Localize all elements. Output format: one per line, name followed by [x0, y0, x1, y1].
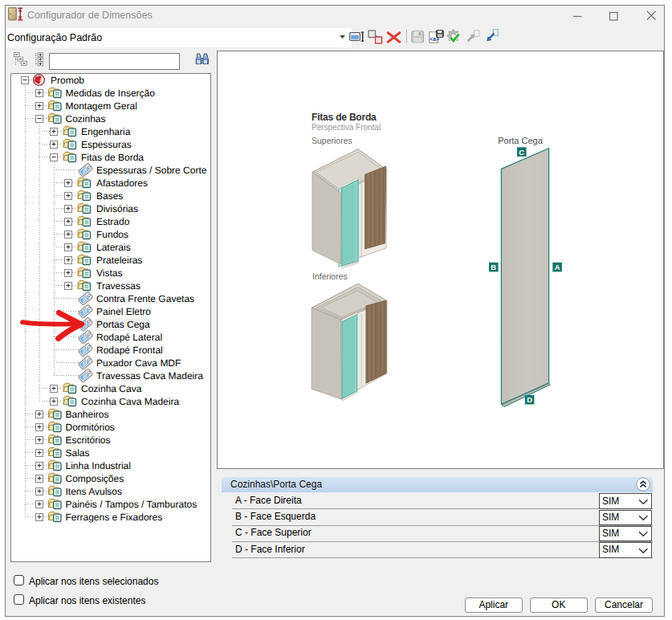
svg-text:Espessuras / Sobre Corte: Espessuras / Sobre Corte — [96, 165, 207, 176]
svg-text:Cozinha Cava: Cozinha Cava — [81, 383, 142, 394]
svg-text:Salas: Salas — [66, 447, 90, 459]
svg-text:Rodapé Lateral: Rodapé Lateral — [96, 332, 162, 343]
svg-text:Espessuras: Espessuras — [81, 139, 132, 150]
svg-text:Medidas de Inserção: Medidas de Inserção — [66, 88, 156, 99]
svg-text:Cozinhas: Cozinhas — [66, 113, 106, 124]
svg-text:Afastadores: Afastadores — [96, 177, 148, 189]
svg-text:Engenharia: Engenharia — [81, 126, 131, 137]
svg-text:Contra Frente Gavetas: Contra Frente Gavetas — [96, 293, 194, 304]
svg-text:Bases: Bases — [96, 190, 123, 202]
svg-text:Cozinha Cava Madeira: Cozinha Cava Madeira — [81, 396, 179, 407]
svg-text:Inferiores: Inferiores — [312, 271, 348, 281]
svg-text:Estrado: Estrado — [96, 216, 130, 227]
svg-text:Vistas: Vistas — [96, 267, 122, 279]
svg-text:Portas Cega: Portas Cega — [96, 319, 150, 330]
svg-text:Montagem Geral: Montagem Geral — [66, 100, 137, 112]
svg-text:Escritórios: Escritórios — [66, 434, 111, 446]
svg-text:Laterais: Laterais — [96, 242, 131, 253]
svg-text:Ferragens e Fixadores: Ferragens e Fixadores — [66, 512, 163, 523]
svg-text:A: A — [555, 263, 560, 271]
svg-text:B: B — [491, 263, 496, 271]
svg-text:Banheiros: Banheiros — [66, 409, 109, 420]
svg-text:D: D — [527, 395, 532, 404]
svg-text:Promob: Promob — [51, 75, 84, 86]
svg-text:Travessas Cava Madeira: Travessas Cava Madeira — [96, 370, 203, 381]
svg-text:Painel Eletro: Painel Eletro — [96, 306, 151, 317]
svg-text:Linha Industrial: Linha Industrial — [66, 460, 131, 471]
svg-text:Fitas de Borda: Fitas de Borda — [312, 112, 377, 123]
svg-text:Dormitórios: Dormitórios — [66, 422, 115, 433]
svg-text:Fundos: Fundos — [96, 229, 128, 240]
svg-text:Painéis / Tampos / Tamburatos: Painéis / Tampos / Tamburatos — [66, 499, 198, 510]
svg-text:Itens Avulsos: Itens Avulsos — [66, 486, 123, 497]
svg-text:Divisórias: Divisórias — [96, 203, 138, 214]
svg-text:Travessas: Travessas — [96, 280, 141, 292]
svg-text:Perspectiva Frontal: Perspectiva Frontal — [312, 123, 381, 132]
svg-text:C: C — [519, 148, 524, 157]
svg-text:Prateleiras: Prateleiras — [96, 255, 142, 266]
svg-text:Superiores: Superiores — [312, 136, 352, 145]
svg-text:Porta Cega: Porta Cega — [498, 136, 544, 145]
svg-text:Puxador Cava MDF: Puxador Cava MDF — [96, 357, 181, 369]
svg-text:Composições: Composições — [66, 473, 124, 484]
svg-text:Fitas de Borda: Fitas de Borda — [81, 152, 144, 163]
svg-text:Rodapé Frontal: Rodapé Frontal — [96, 345, 163, 356]
